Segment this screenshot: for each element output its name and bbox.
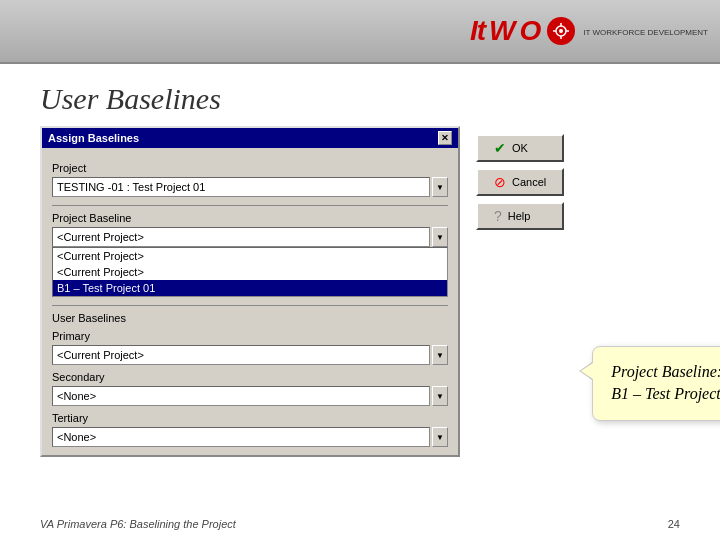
project-dropdown-btn[interactable]: ▼ bbox=[432, 177, 448, 197]
cancel-label: Cancel bbox=[512, 176, 546, 188]
help-label: Help bbox=[508, 210, 531, 222]
tooltip-bubble: Project Baseline: B1 – Test Project 01 bbox=[592, 346, 720, 421]
close-button[interactable]: ✕ bbox=[438, 131, 452, 145]
assign-baselines-dialog: Assign Baselines ✕ Project ▼ Project Bas… bbox=[40, 126, 460, 457]
help-icon: ? bbox=[494, 208, 502, 224]
project-input[interactable] bbox=[52, 177, 430, 197]
project-baseline-dropdown-btn[interactable]: ▼ bbox=[432, 227, 448, 247]
logo-text3: O bbox=[519, 15, 541, 47]
logo-subtitle: IT WORKFORCE DEVELOPMENT bbox=[583, 28, 708, 38]
project-baseline-input[interactable] bbox=[52, 227, 430, 247]
user-baselines-label: User Baselines bbox=[52, 312, 448, 324]
tertiary-field-row: ▼ bbox=[52, 427, 448, 447]
tooltip-line1: Project Baseline: bbox=[611, 363, 720, 380]
logo-icon bbox=[547, 17, 575, 45]
project-label: Project bbox=[52, 162, 448, 174]
dialog-buttons: ✔ OK ⊘ Cancel ? Help bbox=[468, 126, 572, 238]
cancel-button[interactable]: ⊘ Cancel bbox=[476, 168, 564, 196]
primary-field-row: ▼ bbox=[52, 345, 448, 365]
cancel-icon: ⊘ bbox=[494, 174, 506, 190]
title-area: User Baselines bbox=[0, 64, 720, 126]
tertiary-input[interactable] bbox=[52, 427, 430, 447]
logo-text: It bbox=[470, 15, 485, 47]
logo-text2: W bbox=[489, 15, 515, 47]
dropdown-item-3[interactable]: B1 – Test Project 01 bbox=[53, 280, 447, 296]
footer-page: 24 bbox=[668, 518, 680, 530]
tooltip-line2: B1 – Test Project 01 bbox=[611, 385, 720, 402]
ok-icon: ✔ bbox=[494, 140, 506, 156]
secondary-field-row: ▼ bbox=[52, 386, 448, 406]
dialog-body: Project ▼ Project Baseline ▼ <Current Pr… bbox=[42, 148, 458, 455]
logo-area: It W O IT WORKFORCE DEVELOPMENT bbox=[470, 15, 708, 47]
secondary-input[interactable] bbox=[52, 386, 430, 406]
secondary-dropdown-btn[interactable]: ▼ bbox=[432, 386, 448, 406]
main-content: Assign Baselines ✕ Project ▼ Project Bas… bbox=[0, 126, 720, 457]
project-baseline-label: Project Baseline bbox=[52, 212, 448, 224]
footer: VA Primavera P6: Baselining the Project … bbox=[40, 518, 680, 530]
dialog-wrapper: Assign Baselines ✕ Project ▼ Project Bas… bbox=[40, 126, 572, 457]
ok-label: OK bbox=[512, 142, 528, 154]
footer-text: VA Primavera P6: Baselining the Project bbox=[40, 518, 236, 530]
help-button[interactable]: ? Help bbox=[476, 202, 564, 230]
dialog-title: Assign Baselines bbox=[48, 132, 139, 144]
secondary-label: Secondary bbox=[52, 371, 448, 383]
dialog-titlebar: Assign Baselines ✕ bbox=[42, 128, 458, 148]
dropdown-item-1[interactable]: <Current Project> bbox=[53, 248, 447, 264]
header: It W O IT WORKFORCE DEVELOPMENT bbox=[0, 0, 720, 64]
tertiary-label: Tertiary bbox=[52, 412, 448, 424]
page-title: User Baselines bbox=[40, 82, 680, 116]
dropdown-item-2[interactable]: <Current Project> bbox=[53, 264, 447, 280]
dropdown-list: <Current Project> <Current Project> B1 –… bbox=[52, 247, 448, 297]
primary-label: Primary bbox=[52, 330, 448, 342]
primary-dropdown-btn[interactable]: ▼ bbox=[432, 345, 448, 365]
tertiary-dropdown-btn[interactable]: ▼ bbox=[432, 427, 448, 447]
svg-point-2 bbox=[559, 29, 563, 33]
project-field-row: ▼ bbox=[52, 177, 448, 197]
project-baseline-field-row: ▼ bbox=[52, 227, 448, 247]
primary-input[interactable] bbox=[52, 345, 430, 365]
divider2 bbox=[52, 305, 448, 306]
divider1 bbox=[52, 205, 448, 206]
ok-button[interactable]: ✔ OK bbox=[476, 134, 564, 162]
